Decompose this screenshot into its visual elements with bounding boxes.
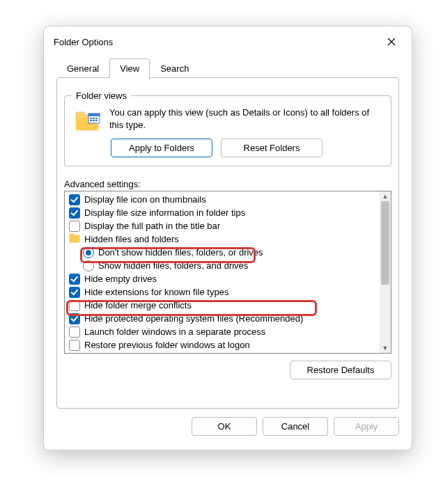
checkbox[interactable]: [69, 287, 80, 298]
cancel-button[interactable]: Cancel: [263, 417, 328, 436]
list-item[interactable]: Hide empty drives: [65, 272, 391, 285]
checkbox[interactable]: [69, 194, 80, 205]
svg-rect-4: [95, 118, 98, 119]
tab-view[interactable]: View: [109, 58, 150, 78]
svg-rect-6: [93, 120, 95, 121]
restore-defaults-button[interactable]: Restore Defaults: [290, 361, 391, 379]
checkbox[interactable]: [69, 221, 80, 232]
scroll-down-icon[interactable]: ▼: [380, 343, 391, 353]
list-item-label: Display file size information in folder …: [84, 207, 245, 218]
list-item[interactable]: Hide extensions for known file types: [65, 285, 391, 299]
svg-rect-7: [95, 120, 98, 121]
tab-panel-view: Folder views You can apply this view (su…: [56, 77, 399, 409]
list-item[interactable]: Restore previous folder windows at logon: [65, 338, 391, 352]
svg-rect-1: [88, 113, 100, 116]
close-icon: [387, 38, 396, 46]
list-item[interactable]: Don't show hidden files, folders, or dri…: [65, 246, 391, 259]
list-item[interactable]: Launch folder windows in a separate proc…: [65, 325, 391, 338]
list-item-label: Don't show hidden files, folders, or dri…: [98, 247, 263, 258]
folder-options-dialog: Folder Options General View Search Folde…: [43, 26, 412, 450]
checkbox[interactable]: [69, 340, 80, 351]
close-button[interactable]: [381, 33, 402, 50]
advanced-settings-list[interactable]: Display file icon on thumbnailsDisplay f…: [64, 191, 391, 354]
checkbox[interactable]: [69, 353, 80, 354]
list-item-label: Hidden files and folders: [84, 234, 179, 244]
window-title: Folder Options: [54, 37, 113, 47]
list-item[interactable]: Hide protected operating system files (R…: [65, 312, 391, 325]
tab-search[interactable]: Search: [150, 58, 199, 78]
folder-icon: [73, 108, 104, 133]
checkbox[interactable]: [69, 313, 80, 324]
list-item-label: Show hidden files, folders, and drives: [98, 260, 248, 271]
list-item-label: Launch folder windows in a separate proc…: [84, 326, 265, 337]
list-item-label: Display file icon on thumbnails: [84, 194, 206, 205]
list-item-label: Display the full path in the title bar: [84, 221, 220, 231]
list-item-label: Restore previous folder windows at logon: [84, 340, 250, 350]
advanced-settings-label: Advanced settings:: [64, 179, 391, 189]
list-item[interactable]: Show drive letters: [65, 352, 391, 354]
list-item-label: Hide extensions for known file types: [84, 287, 228, 297]
svg-rect-3: [93, 118, 95, 119]
apply-button[interactable]: Apply: [334, 417, 399, 436]
checkbox[interactable]: [69, 300, 80, 311]
list-item-label: Show drive letters: [84, 353, 156, 354]
ok-button[interactable]: OK: [192, 417, 257, 436]
folder-icon: [69, 233, 80, 245]
folder-views-legend: Folder views: [72, 90, 131, 101]
radio[interactable]: [83, 260, 94, 271]
list-item-label: Hide empty drives: [84, 274, 157, 284]
folder-views-description: You can apply this view (such as Details…: [109, 107, 384, 131]
scroll-up-icon[interactable]: ▲: [380, 191, 391, 201]
list-item[interactable]: Display the full path in the title bar: [65, 219, 391, 233]
titlebar: Folder Options: [44, 26, 412, 56]
checkbox[interactable]: [69, 326, 80, 338]
list-item[interactable]: Show hidden files, folders, and drives: [65, 259, 391, 272]
radio[interactable]: [83, 247, 94, 258]
folder-views-group: Folder views You can apply this view (su…: [64, 90, 391, 166]
list-item[interactable]: Display file size information in folder …: [65, 206, 391, 219]
scrollbar[interactable]: ▲ ▼: [380, 191, 391, 353]
reset-folders-button[interactable]: Reset Folders: [221, 139, 322, 157]
apply-to-folders-button[interactable]: Apply to Folders: [111, 139, 212, 157]
checkbox[interactable]: [69, 207, 80, 219]
svg-rect-5: [90, 120, 92, 121]
dialog-buttons: OK Cancel Apply: [44, 417, 399, 436]
list-item[interactable]: Hidden files and folders: [65, 233, 391, 246]
svg-rect-2: [90, 118, 92, 119]
checkbox[interactable]: [69, 274, 80, 285]
list-item-label: Hide folder merge conflicts: [84, 300, 192, 310]
scroll-thumb[interactable]: [381, 201, 389, 285]
tab-general[interactable]: General: [56, 58, 109, 78]
tabs: General View Search: [44, 58, 412, 78]
list-item[interactable]: Display file icon on thumbnails: [65, 193, 391, 206]
list-item-label: Hide protected operating system files (R…: [84, 313, 303, 324]
list-item[interactable]: Hide folder merge conflicts: [65, 299, 391, 312]
